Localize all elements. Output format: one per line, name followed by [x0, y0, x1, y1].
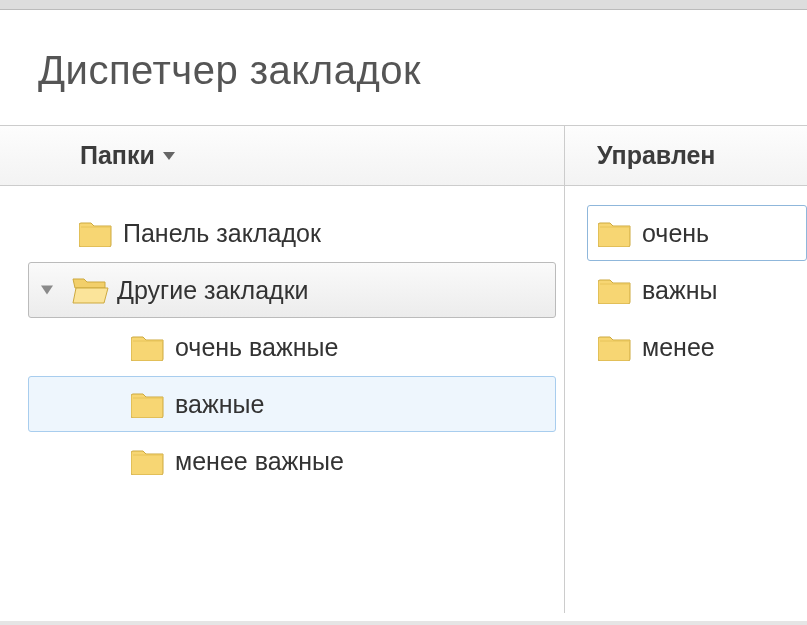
tree-item-label: важные [175, 390, 264, 419]
list-item-label: важны [642, 276, 717, 305]
tree-item-bookmarks-bar[interactable]: Панель закладок [28, 205, 556, 261]
folder-tree: Панель закладок Другие закладки очень ва… [0, 186, 565, 613]
tree-item-label: очень важные [175, 333, 338, 362]
toolbar: Папки Управлен [0, 126, 807, 186]
window-topbar [0, 0, 807, 10]
folder-icon [131, 333, 165, 361]
folder-icon [79, 219, 113, 247]
folder-icon [131, 390, 165, 418]
list-item[interactable]: очень [587, 205, 807, 261]
folder-list: очень важны менее [565, 186, 807, 613]
folder-icon [598, 219, 632, 247]
list-item[interactable]: менее [587, 319, 807, 375]
tree-item-other-bookmarks[interactable]: Другие закладки [28, 262, 556, 318]
expander-icon[interactable] [41, 286, 53, 295]
list-item-label: менее [642, 333, 715, 362]
list-item-label: очень [642, 219, 709, 248]
folder-icon [131, 447, 165, 475]
list-item[interactable]: важны [587, 262, 807, 318]
folder-icon [598, 276, 632, 304]
folder-open-icon [71, 275, 109, 305]
tree-item-label: Панель закладок [123, 219, 321, 248]
page-title: Диспетчер закладок [0, 10, 807, 125]
body-area: Панель закладок Другие закладки очень ва… [0, 186, 807, 613]
tree-item-label: менее важные [175, 447, 344, 476]
folders-menu-label: Папки [80, 141, 155, 170]
tree-item-label: Другие закладки [117, 276, 309, 305]
manage-menu[interactable]: Управлен [565, 126, 807, 185]
folder-icon [598, 333, 632, 361]
tree-item-very-important[interactable]: очень важные [28, 319, 556, 375]
chevron-down-icon [163, 152, 175, 160]
folders-menu[interactable]: Папки [0, 126, 565, 185]
manage-menu-label: Управлен [597, 141, 715, 170]
tree-item-less-important[interactable]: менее важные [28, 433, 556, 489]
tree-item-important[interactable]: важные [28, 376, 556, 432]
